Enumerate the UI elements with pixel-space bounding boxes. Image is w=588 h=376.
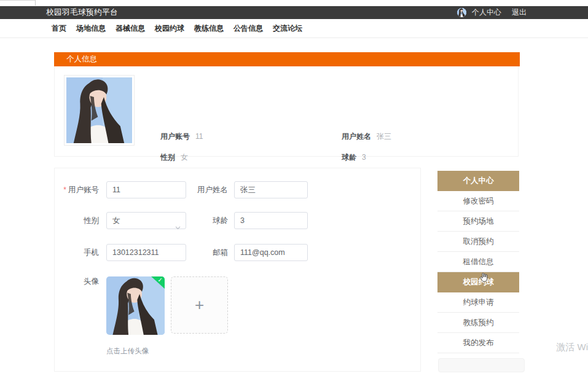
user-center-link[interactable]: 个人中心 xyxy=(472,7,501,18)
site-title: 校园羽毛球预约平台 xyxy=(46,6,118,19)
sidebar-menu: 个人中心 修改密码 预约场地 取消预约 租借信息 校园约球 约球申请 教练预约 … xyxy=(437,171,519,353)
ball-age-input[interactable] xyxy=(234,212,308,229)
nav-item-venues[interactable]: 场地信息 xyxy=(76,23,106,34)
account-label: *用户账号 xyxy=(55,181,99,198)
gender-select[interactable]: 女 xyxy=(106,212,186,229)
nav-item-campus-match[interactable]: 校园约球 xyxy=(155,23,184,34)
profile-field-gender: 性别女 xyxy=(160,153,342,162)
logout-link[interactable]: 退出 xyxy=(512,7,527,18)
sidebar-item-my-posts[interactable]: 我的发布 xyxy=(437,333,519,353)
sidebar-item-coach-booking[interactable]: 教练预约 xyxy=(437,313,519,333)
email-input[interactable] xyxy=(234,244,308,261)
page: 校园羽毛球预约平台 个人中心 退出 首页 场地信息 器械信息 校园约球 教练信息… xyxy=(0,0,588,376)
sidebar-item-reserve-venue[interactable]: 预约场地 xyxy=(437,211,519,232)
phone-input[interactable] xyxy=(106,244,186,261)
sidebar-item-change-password[interactable]: 修改密码 xyxy=(437,191,519,211)
phone-label: 手机 xyxy=(55,244,99,261)
windows-activation-watermark: 激活 Wi xyxy=(556,342,588,353)
sidebar-item-match-request[interactable]: 约球申请 xyxy=(437,292,519,313)
window-edge-artifact xyxy=(0,0,35,1)
avatar-label: 头像 xyxy=(55,275,99,288)
sidebar-item-personal-center[interactable]: 个人中心 xyxy=(437,171,519,191)
nav-item-announcements[interactable]: 公告信息 xyxy=(233,23,263,34)
avatar-upload-button[interactable]: + xyxy=(171,276,228,334)
user-area: 个人中心 退出 xyxy=(457,6,527,19)
profile-field-name: 用户姓名张三 xyxy=(342,132,405,141)
nav-item-home[interactable]: 首页 xyxy=(52,23,66,34)
check-icon: ✓ xyxy=(158,276,163,284)
sidebar-item-rental-info[interactable]: 租借信息 xyxy=(437,252,519,272)
gender-label: 性别 xyxy=(55,212,99,229)
window-edge-artifact xyxy=(35,0,36,6)
profile-card: 个人信息 用户账号11 用户姓名张三 性别女 球龄3 手机13012312311… xyxy=(54,52,519,157)
ball-age-label: 球龄 xyxy=(184,212,228,229)
top-header-bar: 校园羽毛球预约平台 个人中心 退出 xyxy=(0,6,588,19)
account-input[interactable] xyxy=(106,181,186,198)
user-avatar[interactable] xyxy=(457,8,466,17)
plus-icon: + xyxy=(195,296,204,315)
profile-field-ball-age: 球龄3 xyxy=(342,153,405,162)
main-nav: 首页 场地信息 器械信息 校园约球 教练信息 公告信息 交流论坛 xyxy=(0,19,588,38)
mouse-cursor-icon xyxy=(479,272,489,283)
avatar-uploaded-image[interactable]: ✓ xyxy=(106,276,165,335)
profile-field-account: 用户账号11 xyxy=(160,132,342,141)
name-input[interactable] xyxy=(234,181,308,198)
name-label: 用户姓名 xyxy=(184,181,228,198)
edit-profile-form: *用户账号 用户姓名 性别 女 球龄 手机 邮箱 头像 ✓ + 点击上传头像 xyxy=(54,168,421,372)
profile-card-title: 个人信息 xyxy=(54,52,520,66)
nav-item-forum[interactable]: 交流论坛 xyxy=(273,23,302,34)
nav-item-coaches[interactable]: 教练信息 xyxy=(194,23,224,34)
sidebar-item-cancel-reservation[interactable]: 取消预约 xyxy=(437,232,519,252)
nav-item-equipment[interactable]: 器械信息 xyxy=(116,23,145,34)
upload-hint-text: 点击上传头像 xyxy=(106,347,149,356)
chevron-down-icon xyxy=(175,219,181,235)
sidebar-footer-panel xyxy=(438,358,525,372)
profile-photo xyxy=(64,75,135,146)
email-label: 邮箱 xyxy=(184,244,228,261)
